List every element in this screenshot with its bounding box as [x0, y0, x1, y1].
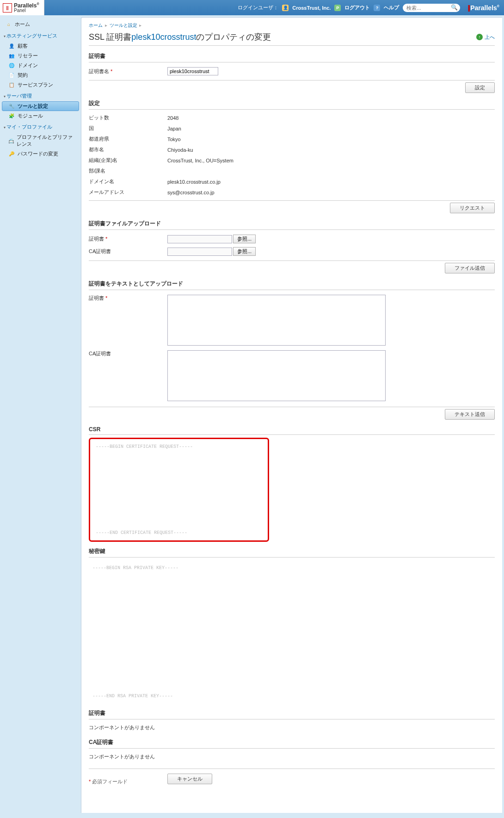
- breadcrumb-sep: ▸: [138, 23, 142, 28]
- settings-label: ビット数: [89, 114, 167, 121]
- sidebar-item-password[interactable]: 🔑パスワードの変更: [2, 149, 79, 159]
- section-key-heading: 秘密鍵: [89, 545, 495, 558]
- up-link[interactable]: ↑ 上へ: [476, 34, 495, 41]
- settings-button[interactable]: 設定: [465, 82, 495, 93]
- sidebar-item-customers[interactable]: 👤顧客: [2, 41, 79, 51]
- sidebar-item-resellers[interactable]: 👥リセラー: [2, 51, 79, 61]
- text-ca-textarea[interactable]: [167, 350, 386, 401]
- parallels-logo-icon: ||: [3, 3, 12, 12]
- module-icon: 🧩: [8, 113, 15, 119]
- settings-value: Japan: [167, 126, 181, 131]
- cert-name-input[interactable]: [167, 67, 218, 75]
- key-block: -----BEGIN RSA PRIVATE KEY----- -----END…: [89, 560, 495, 704]
- plan-icon: 📋: [8, 82, 15, 88]
- breadcrumb-home[interactable]: ホーム: [89, 23, 103, 28]
- logo-block: || Parallels® Panel: [0, 0, 44, 15]
- settings-row: 部/課名: [89, 166, 495, 176]
- section-csr-heading: CSR: [89, 424, 495, 435]
- settings-row: 組織(企業)名CrossTrust, Inc., OU=System: [89, 155, 495, 166]
- breadcrumb-tools[interactable]: ツールと設定: [110, 23, 137, 28]
- settings-label: 都市名: [89, 146, 167, 153]
- upload-cert-browse[interactable]: 参照...: [233, 235, 256, 243]
- profile-icon: 📇: [8, 137, 14, 144]
- cert-name: plesk10crosstrust: [131, 32, 196, 42]
- up-icon: ↑: [476, 34, 483, 40]
- company-name[interactable]: CrossTrust, Inc.: [292, 5, 331, 11]
- sidebar-section-hosting[interactable]: ホスティングサービス: [2, 30, 79, 41]
- user-icon: 👤: [8, 43, 15, 50]
- settings-row: ドメイン名plesk10.crosstrust.co.jp: [89, 176, 495, 187]
- file-send-button[interactable]: ファイル送信: [445, 263, 495, 273]
- ca2-msg: コンポーネントがありません: [89, 753, 155, 760]
- breadcrumb-sep: ▸: [104, 23, 108, 28]
- upload-cert-field[interactable]: [167, 235, 232, 243]
- sidebar-item-domains[interactable]: 🌐ドメイン: [2, 61, 79, 70]
- cancel-button[interactable]: キャンセル: [167, 774, 212, 784]
- text-cert-textarea[interactable]: [167, 295, 386, 346]
- sidebar-item-profile-prefs[interactable]: 📇プロファイルとプリファレンス: [2, 132, 79, 149]
- cert2-msg: コンポーネントがありません: [89, 724, 155, 731]
- request-button[interactable]: リクエスト: [450, 203, 495, 213]
- text-cert-label: 証明書 *: [89, 295, 167, 302]
- upload-ca-browse[interactable]: 参照...: [233, 247, 256, 256]
- settings-value: 2048: [167, 115, 178, 121]
- sidebar: ⌂ ホーム ホスティングサービス 👤顧客 👥リセラー 🌐ドメイン 📄契約 📋サー…: [0, 15, 81, 815]
- cert-name-label: 証明書名 *: [89, 68, 167, 75]
- sidebar-section-server[interactable]: サーバ管理: [2, 90, 79, 101]
- sidebar-item-tools-settings[interactable]: 🔧ツールと設定: [2, 101, 79, 111]
- settings-value: Tokyo: [167, 136, 181, 142]
- settings-row: 都道府県Tokyo: [89, 134, 495, 144]
- section-cert2-heading: 証明書: [89, 707, 495, 719]
- sidebar-home[interactable]: ⌂ ホーム: [2, 19, 79, 30]
- sidebar-item-modules[interactable]: 🧩モジュール: [2, 111, 79, 121]
- section-settings-heading: 設定: [89, 98, 495, 110]
- logout-link[interactable]: ログアウト: [344, 4, 370, 11]
- upload-ca-label: CA証明書: [89, 248, 167, 255]
- settings-value: plesk10.crosstrust.co.jp: [167, 179, 221, 185]
- sidebar-section-profile[interactable]: マイ・プロファイル: [2, 121, 79, 132]
- section-cert-heading: 証明書: [89, 50, 495, 62]
- sidebar-item-plans[interactable]: 📋サービスプラン: [2, 80, 79, 90]
- settings-label: 組織(企業)名: [89, 157, 167, 164]
- sidebar-home-label: ホーム: [15, 21, 30, 28]
- content: ホーム ▸ ツールと設定 ▸ SSL 証明書 plesk10crosstrust…: [81, 17, 502, 813]
- settings-row: ビット数2048: [89, 112, 495, 123]
- help-icon: ?: [374, 5, 380, 11]
- settings-row: 国Japan: [89, 123, 495, 134]
- search-box: 🔍: [403, 4, 460, 12]
- csr-end: -----END CERTIFICATE REQUEST-----: [92, 527, 266, 539]
- section-ca2-heading: CA証明書: [89, 737, 495, 749]
- settings-value: sys@crosstrust.co.jp: [167, 190, 215, 195]
- logout-icon: P: [334, 5, 341, 11]
- csr-block: -----BEGIN CERTIFICATE REQUEST----- ----…: [89, 438, 269, 542]
- settings-label: メールアドレス: [89, 189, 167, 196]
- contract-icon: 📄: [8, 72, 15, 79]
- login-user-label: ログインユーザ：: [238, 4, 278, 11]
- search-icon[interactable]: 🔍: [451, 4, 458, 12]
- key-end: -----END RSA PRIVATE KEY-----: [89, 690, 495, 702]
- key-begin: -----BEGIN RSA PRIVATE KEY-----: [89, 562, 495, 574]
- section-upload-heading: 証明書ファイルアップロード: [89, 218, 495, 230]
- required-note: * 必須フィールド: [89, 773, 167, 785]
- section-text-upload-heading: 証明書をテキストとしてアップロード: [89, 278, 495, 290]
- home-icon: ⌂: [6, 21, 12, 28]
- settings-label: ドメイン名: [89, 178, 167, 185]
- settings-label: 都道府県: [89, 136, 167, 143]
- settings-row: 都市名Chiyoda-ku: [89, 144, 495, 155]
- upload-ca-field[interactable]: [167, 248, 232, 256]
- help-link[interactable]: ヘルプ: [384, 4, 399, 11]
- user-icon: 👤: [282, 5, 289, 11]
- breadcrumb: ホーム ▸ ツールと設定 ▸: [89, 21, 495, 31]
- settings-value: CrossTrust, Inc., OU=System: [167, 158, 234, 163]
- text-send-button[interactable]: テキスト送信: [445, 409, 495, 420]
- search-input[interactable]: [405, 4, 451, 12]
- reseller-icon: 👥: [8, 53, 15, 59]
- domain-icon: 🌐: [8, 62, 15, 69]
- tools-icon: 🔧: [8, 103, 15, 110]
- settings-label: 国: [89, 125, 167, 132]
- settings-value: Chiyoda-ku: [167, 147, 193, 153]
- brand: ||Parallels®: [467, 4, 499, 12]
- logo-subtext: Panel: [14, 8, 39, 13]
- sidebar-item-contracts[interactable]: 📄契約: [2, 70, 79, 80]
- settings-label: 部/課名: [89, 167, 167, 174]
